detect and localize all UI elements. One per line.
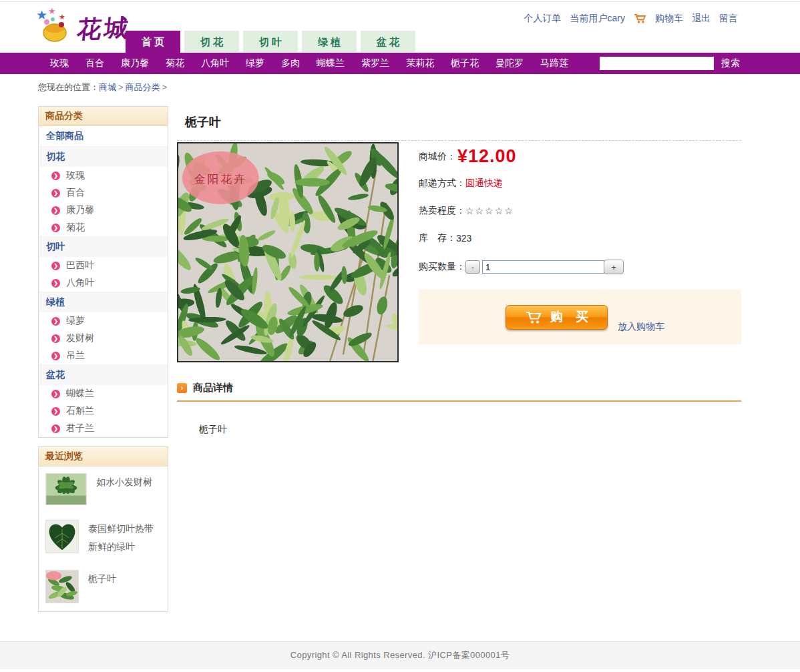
logout-link[interactable]: 退出 [692,13,711,25]
thai-leaf-thumbnail [45,520,79,553]
gardenia-leaf-thumbnail [45,570,79,603]
product-details-content: 栀子叶 [199,424,741,561]
buy-button[interactable]: 购 买 [506,305,608,330]
page-footer: Copyright © All Rights Reserved. 沪ICP备案0… [0,641,800,669]
arrow-circle-icon: ❯ [51,224,60,232]
nav-item-phalaenopsis[interactable]: 蝴蝶兰 [317,57,345,69]
sidebar-item-pothos[interactable]: ❯绿萝 [39,312,168,330]
sidebar-item-spider-plant[interactable]: ❯吊兰 [39,347,168,364]
site-header: ★ ★ ★ 花城 个人订单 当前用户cary 购物车 退出 留言 首 页 切 花… [0,2,800,53]
arrow-circle-icon: ❯ [51,390,60,398]
nav-item-star-leaf[interactable]: 八角叶 [201,57,229,69]
breadcrumb: 您现在的位置：商城>商品分类> [38,81,741,93]
arrow-circle-icon: ❯ [51,189,60,198]
nav-item-rose[interactable]: 玫瑰 [50,57,69,69]
main-tabs: 首 页 切 花 切 叶 绿 植 盆 花 [126,31,419,53]
sidebar-item-phalaenopsis[interactable]: ❯蝴蝶兰 [39,385,168,402]
search-input[interactable] [600,57,714,70]
breadcrumb-category-link[interactable]: 商品分类 [126,82,160,92]
add-to-cart-link[interactable]: 放入购物车 [618,321,664,333]
rating-stars: ☆☆☆☆☆ [465,206,514,216]
sidebar-item-dendrobium[interactable]: ❯石斛兰 [39,402,168,420]
sidebar-group-green-plants[interactable]: 绿植 [39,292,168,312]
nav-item-datura[interactable]: 曼陀罗 [495,57,524,69]
recent-item-thai-leaf[interactable]: 泰国鲜切叶热带新鲜的绿叶 [39,513,168,563]
sidebar-group-potted-flowers[interactable]: 盆花 [39,364,168,385]
tab-green-plants[interactable]: 绿 植 [302,31,357,53]
message-link[interactable]: 留言 [719,13,738,25]
nav-item-pothos[interactable]: 绿萝 [246,57,264,69]
nav-item-gardenia[interactable]: 栀子花 [451,57,479,69]
nav-item-violet[interactable]: 紫罗兰 [361,57,389,69]
tab-home[interactable]: 首 页 [126,31,180,53]
recent-item-money-tree[interactable]: 如水小发财树 [39,466,168,513]
cart-icon [525,310,542,324]
nav-item-chrysanthemum[interactable]: 菊花 [166,57,184,69]
money-tree-thumbnail [45,473,87,505]
sidebar-item-star-leaf[interactable]: ❯八角叶 [39,274,168,292]
price-value: ¥12.00 [457,146,517,167]
breadcrumb-mall-link[interactable]: 商城 [99,82,116,92]
sidebar-item-all-products[interactable]: 全部商品 [39,126,168,146]
personal-orders-link[interactable]: 个人订单 [524,13,562,25]
user-toolbar: 个人订单 当前用户cary 购物车 退出 留言 [524,13,738,25]
recent-views-title: 最近浏览 [39,447,168,466]
sidebar-item-brazil-leaf[interactable]: ❯巴西叶 [39,257,168,274]
logo-flower-basket-icon: ★ ★ ★ [35,5,76,43]
quantity-input[interactable] [482,260,604,274]
stock-label: 库 存： [419,232,456,244]
product-photo: 金阳花卉 [177,142,399,362]
nav-item-succulent[interactable]: 多肉 [281,57,300,69]
dashed-divider [177,140,741,141]
quantity-increase-button[interactable]: + [604,260,624,274]
product-title: 栀子叶 [185,114,741,130]
arrow-circle-icon: ❯ [51,317,60,326]
arrow-circle-icon: ❯ [51,424,60,433]
tab-cut-flowers[interactable]: 切 花 [184,31,239,53]
rating-label: 热卖程度： [419,205,465,217]
stock-value: 323 [456,233,471,244]
arrow-square-icon: › [177,383,187,393]
arrow-circle-icon: ❯ [51,334,60,343]
recent-item-name: 泰国鲜切叶热带新鲜的绿叶 [79,520,158,555]
nav-item-carnation[interactable]: 康乃馨 [121,57,149,69]
arrow-circle-icon: ❯ [51,407,60,416]
sidebar-item-chrysanthemum[interactable]: ❯菊花 [39,219,168,236]
logo-text: 花城 [75,12,133,47]
site-logo[interactable]: ★ ★ ★ 花城 [35,5,131,45]
sidebar-item-clivia[interactable]: ❯君子兰 [39,420,168,437]
shipping-label: 邮递方式： [419,178,465,190]
buy-panel: 购 买 放入购物车 [419,290,741,344]
product-details-title: 商品详情 [193,382,233,394]
cart-link[interactable]: 购物车 [655,13,683,25]
sidebar-item-carnation[interactable]: ❯康乃馨 [39,202,168,219]
search-button[interactable]: 搜索 [721,57,740,69]
product-page: 栀子叶 金阳花卉 商城价： ¥12.0 [168,106,741,561]
nav-item-calla[interactable]: 马蹄莲 [540,57,568,69]
recent-item-name: 如水小发财树 [87,473,162,505]
price-label: 商城价： [419,151,456,163]
product-details-header: › 商品详情 [177,382,741,402]
svg-text:金阳花卉: 金阳花卉 [194,173,247,186]
svg-text:★: ★ [48,6,56,16]
recent-views-box: 最近浏览 如水小发 [38,446,168,612]
quantity-label: 购买数量： [419,261,465,273]
shipping-value: 圆通快递 [465,178,503,190]
sidebar-group-cut-flowers[interactable]: 切花 [39,146,168,167]
nav-item-lily[interactable]: 百合 [85,57,104,69]
sidebar-item-lily[interactable]: ❯百合 [39,184,168,202]
quantity-decrease-button[interactable]: - [465,260,480,274]
sidebar: 商品分类 全部商品 切花 ❯玫瑰 ❯百合 ❯康乃馨 ❯菊花 切叶 ❯巴西叶 ❯八… [38,106,168,621]
cart-icon [634,13,646,24]
arrow-circle-icon: ❯ [51,172,60,180]
recent-item-gardenia-leaf[interactable]: 栀子叶 [39,563,168,611]
sidebar-item-money-tree[interactable]: ❯发财树 [39,330,168,347]
tab-cut-leaves[interactable]: 切 叶 [243,31,298,53]
breadcrumb-prefix: 您现在的位置： [38,82,99,92]
tab-potted-flowers[interactable]: 盆 花 [361,31,415,53]
sidebar-group-cut-leaves[interactable]: 切叶 [39,236,168,257]
sidebar-item-rose[interactable]: ❯玫瑰 [39,167,168,184]
product-info: 商城价： ¥12.00 邮递方式： 圆通快递 热卖程度： ☆☆☆☆☆ 库 存： … [399,142,741,362]
nav-item-jasmine[interactable]: 茉莉花 [406,57,434,69]
arrow-circle-icon: ❯ [51,206,60,215]
